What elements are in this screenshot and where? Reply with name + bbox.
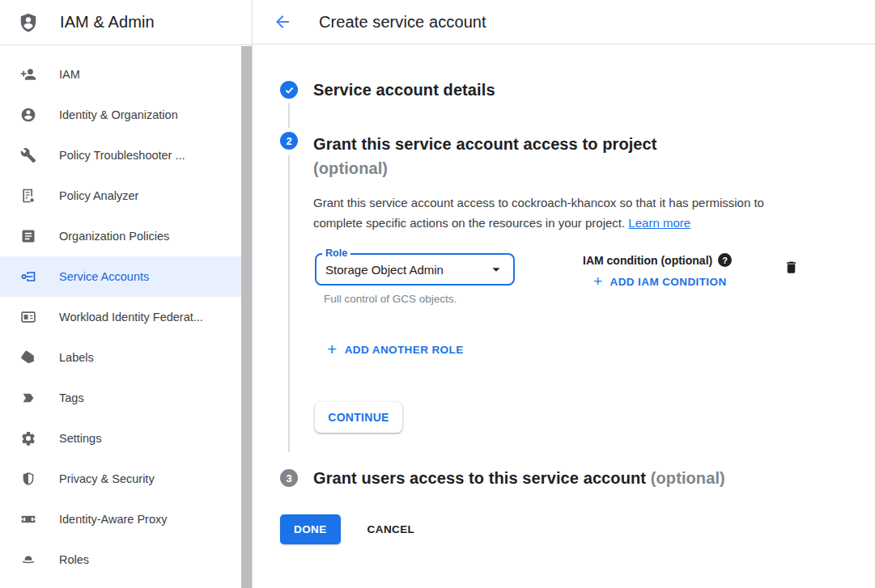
step-2-grant-access: 2 Grant this service account access to p… (253, 132, 875, 452)
sidebar-item-policy-analyzer[interactable]: Policy Analyzer (0, 176, 252, 216)
sidebar-item-label: Policy Troubleshooter ... (59, 149, 185, 162)
sidebar-item-organization-policies[interactable]: Organization Policies (0, 216, 252, 256)
sidebar-item-label: Privacy & Security (59, 472, 155, 485)
plus-icon: + (327, 343, 338, 356)
step-2-rail-line (288, 155, 290, 452)
sidebar-item-tags[interactable]: Tags (0, 378, 252, 418)
wrench-icon (19, 146, 37, 164)
app-window: IAM & Admin IAM Identity & Organization (0, 0, 875, 588)
proxy-strip-icon (19, 510, 37, 528)
sidebar-item-policy-troubleshooter[interactable]: Policy Troubleshooter ... (0, 135, 252, 176)
role-selected-value: Storage Object Admin (325, 263, 487, 277)
sidebar-scrollbar[interactable] (241, 46, 252, 588)
iam-admin-shield-logo-icon (18, 11, 39, 34)
badge-card-icon (19, 308, 37, 326)
cancel-button[interactable]: CANCEL (367, 523, 415, 535)
service-account-key-icon (19, 268, 37, 286)
sidebar-item-label: Tags (59, 391, 84, 404)
step-2-title[interactable]: Grant this service account access to pro… (313, 132, 875, 180)
brand-bar: IAM & Admin (0, 0, 252, 45)
sidebar-item-settings[interactable]: Settings (0, 418, 252, 459)
shield-icon (19, 470, 37, 488)
sidebar-item-label: Roles (59, 553, 89, 566)
product-title: IAM & Admin (60, 13, 155, 32)
tag-arrow-icon (19, 389, 37, 407)
step-2-description: Grant this service account access to coc… (313, 192, 787, 233)
step-1-title[interactable]: Service account details (313, 81, 875, 99)
role-helper-text: Full control of GCS objects. (324, 293, 525, 305)
step-3-grant-users-access: 3 Grant users access to this service acc… (253, 469, 875, 487)
sidebar-nav: IAM Identity & Organization Policy Troub… (0, 45, 252, 588)
learn-more-link[interactable]: Learn more (628, 216, 690, 230)
sidebar-item-label: Settings (59, 432, 101, 445)
plus-icon: + (593, 275, 603, 288)
step-3-title[interactable]: Grant users access to this service accou… (313, 469, 875, 487)
label-tag-icon (19, 349, 37, 366)
main-pane: Create service account Service account d… (253, 0, 875, 588)
sidebar-item-label: Service Accounts (59, 270, 149, 283)
page-title: Create service account (319, 13, 486, 32)
sidebar-item-roles[interactable]: Roles (0, 539, 252, 580)
person-circle-icon (19, 106, 37, 124)
role-field-label: Role (322, 247, 350, 259)
sidebar-item-label: Identity & Organization (59, 108, 178, 121)
step-1-service-account-details: Service account details (253, 81, 875, 99)
delete-role-trash-icon[interactable] (784, 259, 799, 276)
document-lines-icon (19, 227, 37, 245)
document-gear-icon (19, 187, 37, 205)
sidebar-item-iam[interactable]: IAM (0, 54, 252, 95)
done-button[interactable]: DONE (280, 514, 341, 544)
step-2-optional-label: (optional) (313, 159, 388, 177)
sidebar-item-label: IAM (59, 68, 80, 81)
sidebar-item-label: Labels (59, 351, 94, 364)
hat-icon (19, 551, 37, 569)
step-2-number-badge: 2 (280, 132, 298, 150)
step-connector-line (288, 103, 290, 128)
step-1-complete-check-icon (280, 81, 298, 99)
sidebar-item-labels[interactable]: Labels (0, 337, 252, 378)
sidebar-item-service-accounts[interactable]: Service Accounts (0, 256, 252, 297)
role-select[interactable]: Role Storage Object Admin (315, 253, 515, 286)
add-another-role-button[interactable]: + ADD ANOTHER ROLE (327, 343, 875, 356)
iam-condition-label: IAM condition (optional) (583, 254, 712, 267)
main-content: Service account details 2 Grant this ser… (253, 44, 875, 588)
role-row: Role Storage Object Admin Full control o… (313, 253, 875, 305)
sidebar-item-identity-aware-proxy[interactable]: Identity-Aware Proxy (0, 499, 252, 539)
sidebar-item-label: Identity-Aware Proxy (59, 513, 168, 526)
sidebar-item-identity-organization[interactable]: Identity & Organization (0, 95, 252, 135)
continue-button[interactable]: CONTINUE (315, 402, 402, 433)
sidebar-item-label: Organization Policies (59, 230, 169, 243)
add-iam-condition-button[interactable]: + ADD IAM CONDITION (593, 275, 754, 288)
help-icon[interactable]: ? (718, 253, 732, 267)
person-add-icon (19, 66, 37, 83)
back-arrow-icon[interactable] (273, 12, 292, 32)
sidebar-item-label: Workload Identity Federat... (59, 311, 203, 324)
gear-icon (19, 429, 37, 447)
chevron-down-icon (487, 260, 505, 278)
page-header: Create service account (253, 0, 875, 44)
sidebar-item-privacy-security[interactable]: Privacy & Security (0, 459, 252, 499)
footer-actions: DONE CANCEL (280, 514, 875, 544)
step-3-optional-label: (optional) (651, 469, 725, 487)
step-3-number-badge: 3 (280, 469, 298, 487)
left-pane: IAM & Admin IAM Identity & Organization (0, 0, 253, 588)
sidebar-item-workload-identity-federation[interactable]: Workload Identity Federat... (0, 297, 252, 337)
sidebar-item-label: Policy Analyzer (59, 189, 138, 202)
